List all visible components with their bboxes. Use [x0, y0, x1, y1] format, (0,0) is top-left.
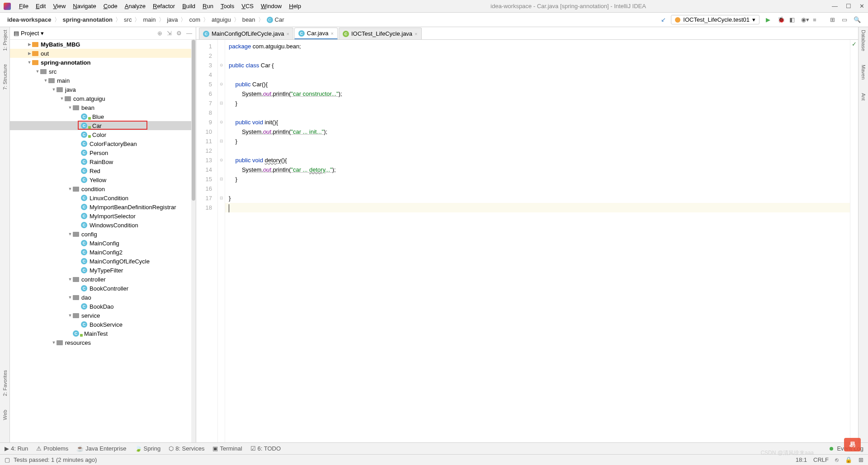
- debug-icon[interactable]: 🐞: [778, 16, 786, 23]
- tool-ant[interactable]: Ant: [861, 93, 866, 101]
- tree-item-myimportselector[interactable]: CMyImportSelector: [10, 211, 196, 221]
- tool-maven[interactable]: Maven: [861, 65, 866, 80]
- caret-position[interactable]: 18:1: [796, 456, 807, 463]
- tree-item-bookdao[interactable]: CBookDao: [10, 302, 196, 311]
- tree-item-out[interactable]: ▶out: [10, 49, 196, 58]
- tree-item-windowscondition[interactable]: CWindowsCondition: [10, 221, 196, 230]
- tree-item-java[interactable]: ▼java: [10, 85, 196, 94]
- line-gutter[interactable]: 123456789101112131415161718: [196, 40, 218, 442]
- tree-item-color[interactable]: CColor: [10, 130, 196, 139]
- tree-item-car[interactable]: CCar: [10, 121, 196, 130]
- tool-database[interactable]: Database: [861, 30, 866, 51]
- tree-item-linuxcondition[interactable]: CLinuxCondition: [10, 193, 196, 202]
- tool-spring[interactable]: 🍃 Spring: [135, 445, 161, 452]
- breadcrumb-item[interactable]: main: [140, 16, 158, 23]
- fold-gutter[interactable]: ⊖⊖⊟⊖⊟⊖⊟⊟: [218, 40, 225, 442]
- project-tree[interactable]: ▶MyBatis_MBG▶out▼spring-annotation▼src▼m…: [10, 40, 196, 442]
- menu-analyze[interactable]: Analyze: [121, 3, 149, 9]
- inspection-gutter[interactable]: ✓: [850, 40, 858, 442]
- tree-item-config[interactable]: ▼config: [10, 230, 196, 239]
- close-icon[interactable]: ✕: [859, 3, 864, 9]
- breadcrumb-item[interactable]: bean: [240, 16, 258, 23]
- tree-item-mainconfig[interactable]: CMainConfig: [10, 239, 196, 248]
- encoding-icon[interactable]: ⎋: [835, 456, 839, 463]
- tree-item-service[interactable]: ▼service: [10, 311, 196, 320]
- tool-terminal[interactable]: ▣ Terminal: [212, 445, 242, 452]
- tree-item-main[interactable]: ▼main: [10, 76, 196, 85]
- stop-icon[interactable]: ■: [813, 16, 821, 23]
- tab-close-icon[interactable]: ×: [415, 31, 417, 37]
- menu-code[interactable]: Code: [100, 3, 121, 9]
- menu-help[interactable]: Help: [285, 3, 305, 9]
- widgets-icon[interactable]: ⊞: [859, 456, 863, 463]
- breadcrumb-item[interactable]: spring-annotation: [60, 16, 116, 23]
- tool-services[interactable]: ⬡ 8: Services: [169, 445, 204, 452]
- tree-item-mybatis-mbg[interactable]: ▶MyBatis_MBG: [10, 40, 196, 49]
- tool-web[interactable]: Web: [2, 410, 8, 420]
- tree-item-mytypefilter[interactable]: CMyTypeFilter: [10, 266, 196, 275]
- line-separator[interactable]: CRLF: [813, 456, 829, 463]
- breadcrumb-item[interactable]: CCar: [264, 16, 287, 23]
- tree-item-resources[interactable]: ▼resources: [10, 338, 196, 347]
- menu-view[interactable]: View: [49, 3, 69, 9]
- menu-tools[interactable]: Tools: [217, 3, 238, 9]
- tree-item-bookcontroller[interactable]: CBookController: [10, 284, 196, 293]
- expand-icon[interactable]: ⇲: [167, 30, 172, 37]
- menu-edit[interactable]: Edit: [32, 3, 49, 9]
- menu-navigate[interactable]: Navigate: [69, 3, 99, 9]
- menu-window[interactable]: Window: [257, 3, 285, 9]
- tool-structure[interactable]: 7: Structure: [2, 64, 8, 90]
- layout-icon[interactable]: ▭: [842, 16, 850, 23]
- tree-item-controller[interactable]: ▼controller: [10, 275, 196, 284]
- breadcrumb-item[interactable]: idea-workspace: [5, 16, 54, 23]
- project-view-button[interactable]: ▤ Project ▾: [14, 30, 44, 37]
- tree-scrollbar[interactable]: [191, 40, 196, 442]
- menu-build[interactable]: Build: [179, 3, 199, 9]
- tab-mainconfigoflifecycle-java[interactable]: CMainConfigOfLifeCycle.java×: [199, 28, 293, 39]
- back-icon[interactable]: ↙: [661, 16, 669, 23]
- tool-javaee[interactable]: ☕ Java Enterprise: [76, 445, 126, 452]
- tool-project[interactable]: 1: Project: [2, 30, 8, 51]
- status-icon[interactable]: ▢: [5, 456, 10, 463]
- code-editor[interactable]: package com.atguigu.bean; public class C…: [225, 40, 850, 442]
- tool-todo[interactable]: ☑ 6: TODO: [250, 445, 281, 452]
- profile-icon[interactable]: ◉▾: [801, 16, 809, 23]
- tree-item-colorfactorybean[interactable]: CColorFactoryBean: [10, 139, 196, 148]
- coverage-icon[interactable]: ◧: [789, 16, 797, 23]
- tree-item-person[interactable]: CPerson: [10, 148, 196, 157]
- tab-close-icon[interactable]: ×: [286, 31, 289, 37]
- breadcrumb-item[interactable]: atguigu: [209, 16, 234, 23]
- tree-item-src[interactable]: ▼src: [10, 67, 196, 76]
- structure-icon[interactable]: ⊞: [830, 16, 838, 23]
- tree-item-bean[interactable]: ▼bean: [10, 103, 196, 112]
- search-icon[interactable]: 🔍: [854, 16, 862, 23]
- tree-item-maintest[interactable]: CMainTest: [10, 329, 196, 338]
- tree-item-bookservice[interactable]: CBookService: [10, 320, 196, 329]
- maximize-icon[interactable]: ☐: [846, 3, 851, 9]
- tree-item-spring-annotation[interactable]: ▼spring-annotation: [10, 58, 196, 67]
- breadcrumb-item[interactable]: src: [121, 16, 134, 23]
- minimize-icon[interactable]: —: [832, 3, 838, 9]
- hide-icon[interactable]: —: [186, 30, 192, 37]
- menu-refactor[interactable]: Refactor: [149, 3, 179, 9]
- run-configuration-select[interactable]: IOCTest_LifeCycle.test01 ▾: [671, 15, 760, 24]
- tab-car-java[interactable]: CCar.java×: [294, 28, 338, 39]
- tree-item-red[interactable]: CRed: [10, 166, 196, 175]
- tree-item-condition[interactable]: ▼condition: [10, 184, 196, 193]
- tree-item-mainconfig2[interactable]: CMainConfig2: [10, 248, 196, 257]
- tree-item-mainconfigoflifecycle[interactable]: CMainConfigOfLifeCycle: [10, 257, 196, 266]
- tool-favorites[interactable]: 2: Favorites: [2, 370, 8, 396]
- tree-item-yellow[interactable]: CYellow: [10, 175, 196, 184]
- menu-vcs[interactable]: VCS: [238, 3, 257, 9]
- tree-item-blue[interactable]: CBlue: [10, 112, 196, 121]
- menu-run[interactable]: Run: [199, 3, 217, 9]
- tab-close-icon[interactable]: ×: [331, 31, 334, 36]
- tree-item-com-atguigu[interactable]: ▼com.atguigu: [10, 94, 196, 103]
- tool-problems[interactable]: ⚠ Problems: [36, 445, 68, 452]
- gear-icon[interactable]: ⚙: [176, 30, 182, 37]
- breadcrumb-item[interactable]: com: [186, 16, 203, 23]
- tree-item-myimportbeandefinitionregistrar[interactable]: CMyImportBeanDefinitionRegistrar: [10, 202, 196, 211]
- run-icon[interactable]: ▶: [766, 16, 774, 23]
- tab-ioctest-lifecycle-java[interactable]: CIOCTest_LifeCycle.java×: [339, 28, 422, 39]
- readonly-icon[interactable]: 🔒: [845, 456, 852, 463]
